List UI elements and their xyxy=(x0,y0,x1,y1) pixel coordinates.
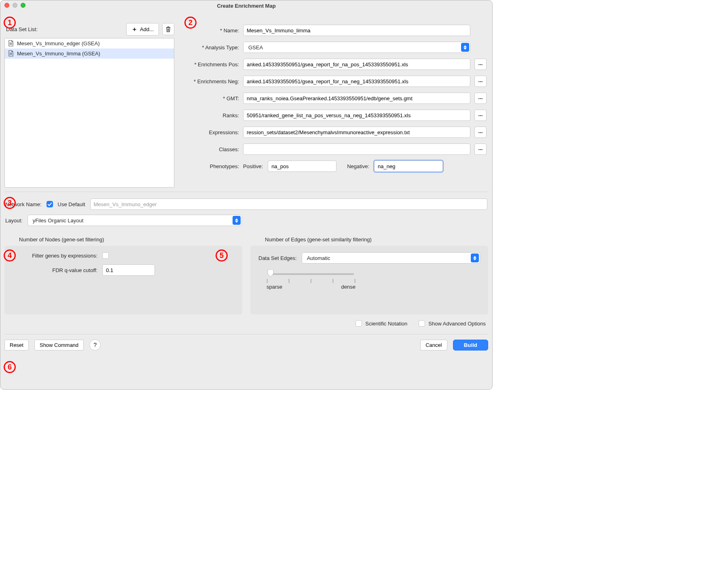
layout-value: yFiles Organic Layout xyxy=(33,218,84,224)
ranks-browse-button[interactable]: ··· xyxy=(474,110,487,121)
fdr-cutoff-label: FDR q-value cutoff: xyxy=(13,267,97,273)
phenotypes-label: Phenotypes: xyxy=(178,163,239,169)
layout-select[interactable]: yFiles Organic Layout xyxy=(28,215,242,226)
dataset-edges-value: Automatic xyxy=(307,255,330,261)
filter-by-expr-label: Filter genes by expressions: xyxy=(13,253,97,259)
filter-by-expr-checkbox[interactable] xyxy=(102,252,109,259)
select-arrows-icon xyxy=(461,43,469,52)
titlebar: Create Enrichment Map xyxy=(0,0,492,11)
plus-icon: ＋ xyxy=(131,25,138,33)
scientific-notation-label: Scientific Notation xyxy=(365,321,407,327)
document-icon xyxy=(8,50,14,57)
phenotype-positive-label: Positive: xyxy=(243,163,263,169)
nodes-filter-box: Filter genes by expressions: FDR q-value… xyxy=(4,246,242,315)
expressions-input[interactable] xyxy=(243,127,470,138)
analysis-type-value: GSEA xyxy=(248,44,263,51)
document-icon xyxy=(8,40,14,46)
slider-thumb[interactable] xyxy=(267,270,274,278)
enrich-pos-browse-button[interactable]: ··· xyxy=(474,59,487,70)
analysis-type-select[interactable]: GSEA xyxy=(243,42,470,53)
nodes-filter-title: Number of Nodes (gene-set filtering) xyxy=(4,235,242,246)
select-arrows-icon xyxy=(233,216,241,225)
name-label: * Name: xyxy=(178,27,239,34)
classes-browse-button[interactable]: ··· xyxy=(474,144,487,155)
enrich-neg-input[interactable] xyxy=(243,76,470,87)
enrich-pos-input[interactable] xyxy=(243,59,470,70)
add-dataset-label: Add... xyxy=(140,26,154,32)
gmt-label: * GMT: xyxy=(178,95,239,101)
scientific-notation-option[interactable]: Scientific Notation xyxy=(356,320,407,327)
window-close-icon[interactable] xyxy=(4,3,9,8)
callout-5: 5 xyxy=(216,249,228,262)
dialog-window: 1 2 3 4 5 6 Create Enrichment Map Data S… xyxy=(0,0,493,390)
edges-filter-box: Data Set Edges: Automatic xyxy=(250,246,488,315)
phenotype-positive-input[interactable] xyxy=(268,161,336,172)
slider-sparse-label: sparse xyxy=(267,284,282,290)
callout-4: 4 xyxy=(4,249,16,262)
similarity-slider[interactable] xyxy=(268,273,354,275)
window-title: Create Enrichment Map xyxy=(217,3,275,9)
slider-ticks: ||||| xyxy=(267,278,356,283)
enrich-neg-browse-button[interactable]: ··· xyxy=(474,76,487,87)
dataset-edges-select[interactable]: Automatic xyxy=(302,252,480,264)
analysis-type-label: * Analysis Type: xyxy=(178,44,239,51)
list-item-label: Mesen_Vs_Immuno_edger (GSEA) xyxy=(17,40,99,46)
gmt-browse-button[interactable]: ··· xyxy=(474,93,487,104)
list-item[interactable]: Mesen_Vs_Immuno_edger (GSEA) xyxy=(5,38,174,49)
trash-icon xyxy=(165,26,171,32)
add-dataset-button[interactable]: ＋ Add... xyxy=(126,23,159,36)
name-input[interactable] xyxy=(243,25,470,36)
delete-dataset-button[interactable] xyxy=(162,23,174,35)
callout-6: 6 xyxy=(4,361,16,373)
use-default-label: Use Default xyxy=(58,201,85,207)
ranks-label: Ranks: xyxy=(178,112,239,118)
fdr-cutoff-input[interactable] xyxy=(102,264,155,276)
scientific-notation-checkbox[interactable] xyxy=(356,320,362,327)
window-zoom-icon[interactable] xyxy=(21,3,25,8)
classes-input[interactable] xyxy=(243,144,470,155)
callout-3: 3 xyxy=(4,197,16,209)
show-command-button[interactable]: Show Command xyxy=(34,340,84,351)
classes-label: Classes: xyxy=(178,146,239,152)
use-default-checkbox[interactable] xyxy=(47,201,53,207)
enrich-pos-label: * Enrichments Pos: xyxy=(178,61,239,68)
edges-filter-title: Number of Edges (gene-set similarity fil… xyxy=(250,235,488,246)
cancel-button[interactable]: Cancel xyxy=(420,340,447,351)
phenotype-negative-input[interactable] xyxy=(374,161,443,172)
expressions-browse-button[interactable]: ··· xyxy=(474,127,487,138)
layout-label: Layout: xyxy=(5,218,23,224)
slider-dense-label: dense xyxy=(341,284,356,290)
dataset-edges-label: Data Set Edges: xyxy=(258,255,297,261)
network-name-input xyxy=(90,199,488,210)
show-advanced-option[interactable]: Show Advanced Options xyxy=(419,320,486,327)
show-advanced-label: Show Advanced Options xyxy=(428,321,486,327)
gmt-input[interactable] xyxy=(243,93,470,104)
ranks-input[interactable] xyxy=(243,110,470,121)
callout-1: 1 xyxy=(4,17,16,29)
show-advanced-checkbox[interactable] xyxy=(419,320,425,327)
help-button[interactable]: ? xyxy=(89,339,101,351)
window-minimize-icon[interactable] xyxy=(13,3,17,8)
expressions-label: Expressions: xyxy=(178,129,239,135)
list-item[interactable]: Mesen_Vs_Immuno_limma (GSEA) xyxy=(5,49,174,59)
data-set-list[interactable]: Mesen_Vs_Immuno_edger (GSEA) Mesen_Vs_Im… xyxy=(4,38,174,188)
select-arrows-icon xyxy=(471,253,479,262)
phenotype-negative-label: Negative: xyxy=(347,163,369,169)
enrich-neg-label: * Enrichments Neg: xyxy=(178,78,239,84)
build-button[interactable]: Build xyxy=(453,340,488,351)
list-item-label: Mesen_Vs_Immuno_limma (GSEA) xyxy=(17,51,100,57)
reset-button[interactable]: Reset xyxy=(4,340,29,351)
callout-2: 2 xyxy=(184,17,197,29)
